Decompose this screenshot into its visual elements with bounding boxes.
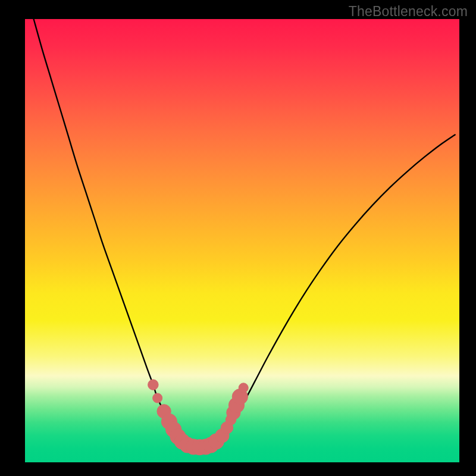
curve-marker (148, 380, 159, 390)
plot-area (25, 19, 459, 462)
curve-marker (239, 383, 248, 393)
bottleneck-curve-svg (25, 19, 459, 462)
watermark-text: TheBottleneck.com (349, 4, 468, 20)
curve-marker (153, 393, 162, 403)
curve-markers (148, 380, 249, 455)
chart-frame: TheBottleneck.com (0, 0, 476, 476)
